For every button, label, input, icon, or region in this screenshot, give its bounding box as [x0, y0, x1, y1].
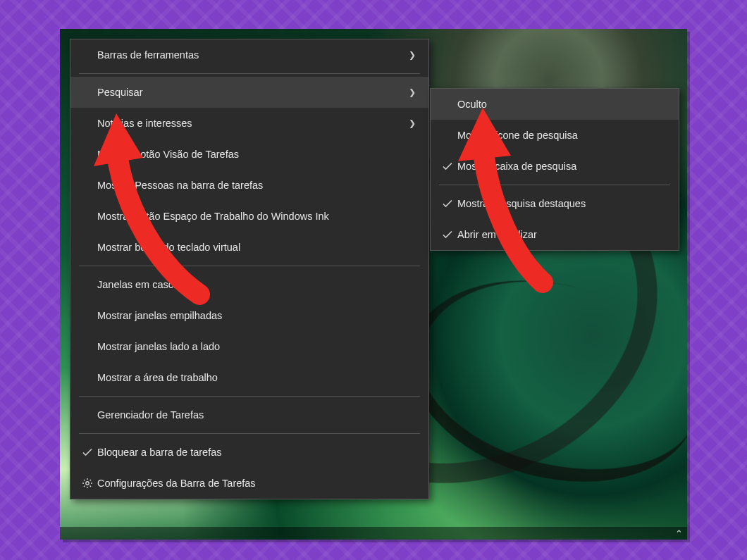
checkmark-icon [438, 161, 457, 172]
menu-item-show-people[interactable]: Mostrar Pessoas na barra de tarefas [70, 170, 428, 201]
chevron-right-icon: ❯ [406, 87, 416, 97]
submenu-item-open-on-hover[interactable]: Abrir em focalizar [431, 219, 679, 250]
menu-item-show-taskview[interactable]: Mostrar botão Visão de Tarefas [70, 139, 428, 170]
checkmark-icon [78, 447, 97, 458]
chevron-right-icon: ❯ [406, 118, 416, 128]
menu-item-search[interactable]: Pesquisar ❯ [70, 77, 428, 108]
checkmark-icon [438, 198, 457, 209]
menu-item-show-touch-keyboard[interactable]: Mostrar botão do teclado virtual [70, 232, 428, 263]
menu-item-label: Mostrar botão Visão de Tarefas [97, 149, 416, 160]
menu-item-taskbar-settings[interactable]: Configurações da Barra de Tarefas [70, 468, 428, 499]
menu-item-label: Configurações da Barra de Tarefas [97, 478, 416, 489]
menu-item-label: Mostrar a área de trabalho [97, 372, 416, 383]
taskbar[interactable]: ⌃ [60, 527, 687, 540]
submenu-item-show-search-icon[interactable]: Mostrar ícone de pesquisa [431, 120, 679, 151]
menu-item-label: Mostrar janelas empilhadas [97, 310, 416, 321]
checkmark-icon [438, 229, 457, 240]
menu-item-show-desktop[interactable]: Mostrar a área de trabalho [70, 362, 428, 393]
menu-separator [79, 433, 420, 434]
menu-item-label: Mostrar botão Espaço de Trabalho do Wind… [97, 211, 416, 222]
menu-item-task-manager[interactable]: Gerenciador de Tarefas [70, 399, 428, 430]
taskbar-context-menu: Barras de ferramentas ❯ Pesquisar ❯ Notí… [70, 39, 429, 499]
menu-separator [79, 396, 420, 397]
menu-item-label: Notícias e interesses [97, 118, 406, 129]
menu-item-label: Pesquisar [97, 87, 406, 98]
menu-item-toolbars[interactable]: Barras de ferramentas ❯ [70, 39, 428, 70]
menu-item-side-by-side-windows[interactable]: Mostrar janelas lado a lado [70, 331, 428, 362]
submenu-item-show-search-highlights[interactable]: Mostrar pesquisa destaques [431, 188, 679, 219]
menu-item-stacked-windows[interactable]: Mostrar janelas empilhadas [70, 300, 428, 331]
svg-point-0 [86, 482, 89, 485]
submenu-item-show-search-box[interactable]: Mostrar caixa de pesquisa [431, 151, 679, 182]
menu-item-label: Oculto [457, 99, 666, 110]
menu-item-news-interests[interactable]: Notícias e interesses ❯ [70, 108, 428, 139]
menu-item-label: Mostrar ícone de pesquisa [457, 130, 666, 141]
menu-item-label: Mostrar pesquisa destaques [457, 198, 666, 209]
tutorial-frame: Barras de ferramentas ❯ Pesquisar ❯ Notí… [0, 0, 747, 560]
menu-item-label: Mostrar caixa de pesquisa [457, 161, 666, 172]
menu-item-label: Mostrar Pessoas na barra de tarefas [97, 180, 416, 191]
menu-item-show-ink-workspace[interactable]: Mostrar botão Espaço de Trabalho do Wind… [70, 201, 428, 232]
menu-item-lock-taskbar[interactable]: Bloquear a barra de tarefas [70, 437, 428, 468]
menu-separator [439, 185, 670, 185]
submenu-item-hidden[interactable]: Oculto [431, 89, 679, 120]
gear-icon [78, 478, 97, 489]
menu-item-label: Mostrar janelas lado a lado [97, 341, 416, 352]
menu-separator [79, 266, 420, 266]
menu-item-label: Bloquear a barra de tarefas [97, 447, 416, 458]
menu-item-label: Mostrar botão do teclado virtual [97, 242, 416, 253]
search-submenu: Oculto Mostrar ícone de pesquisa Mostrar… [430, 88, 679, 251]
chevron-up-icon[interactable]: ⌃ [675, 529, 683, 538]
menu-item-label: Barras de ferramentas [97, 49, 406, 61]
menu-separator [79, 73, 420, 74]
menu-item-label: Abrir em focalizar [457, 229, 666, 240]
menu-item-cascade-windows[interactable]: Janelas em cascata [70, 269, 428, 300]
desktop-screenshot: Barras de ferramentas ❯ Pesquisar ❯ Notí… [60, 29, 687, 540]
menu-item-label: Janelas em cascata [97, 279, 416, 290]
chevron-right-icon: ❯ [406, 50, 416, 60]
menu-item-label: Gerenciador de Tarefas [97, 409, 416, 421]
